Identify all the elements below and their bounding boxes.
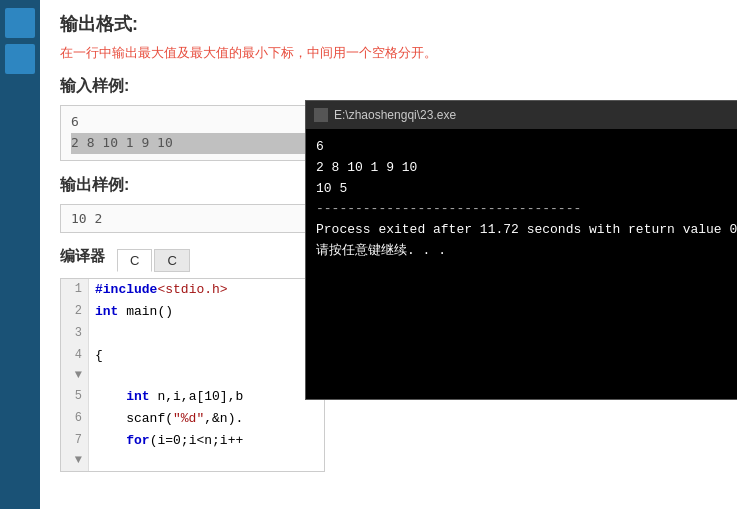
code-line-1: 1 #include<stdio.h> <box>61 279 324 301</box>
terminal-process-exit: Process exited after 11.72 seconds with … <box>316 220 737 241</box>
output-format-description: 在一行中输出最大值及最大值的最小下标，中间用一个空格分开。 <box>60 44 717 62</box>
sidebar-block-2 <box>5 44 35 74</box>
terminal-output-3: 10 5 <box>316 179 737 200</box>
terminal-output-2: 2 8 10 1 9 10 <box>316 158 737 179</box>
input-line-1: 6 <box>71 112 314 133</box>
line-num-2: 2 <box>61 301 89 323</box>
terminal-output-1: 6 <box>316 137 737 158</box>
main-content: 输出格式: 在一行中输出最大值及最大值的最小下标，中间用一个空格分开。 输入样例… <box>40 0 737 509</box>
line-content-4: { <box>89 345 103 386</box>
line-content-2: int main() <box>89 301 173 323</box>
terminal-icon <box>314 108 328 122</box>
line-content-6: scanf("%d",&n). <box>89 408 243 430</box>
code-line-3: 3 <box>61 323 324 345</box>
output-format-title: 输出格式: <box>60 12 717 36</box>
line-num-1: 1 <box>61 279 89 301</box>
output-line-1: 10 2 <box>71 211 102 226</box>
terminal-overlay: E:\zhaoshengqi\23.exe 6 2 8 10 1 9 10 10… <box>305 100 737 400</box>
terminal-divider: ---------------------------------- <box>316 199 737 220</box>
input-example-box: 6 2 8 10 1 9 10 <box>60 105 325 161</box>
compiler-tab-c2[interactable]: C <box>154 249 189 272</box>
line-content-3 <box>89 323 103 345</box>
line-num-5: 5 <box>61 386 89 408</box>
line-num-7: 7 ▼ <box>61 430 89 471</box>
compiler-tab-c[interactable]: C <box>117 249 152 272</box>
code-line-7: 7 ▼ for(i=0;i<n;i++ <box>61 430 324 471</box>
terminal-titlebar: E:\zhaoshengqi\23.exe <box>306 101 737 129</box>
sidebar-block-1 <box>5 8 35 38</box>
input-example-title: 输入样例: <box>60 76 717 97</box>
line-content-7: for(i=0;i<n;i++ <box>89 430 243 471</box>
line-content-5: int n,i,a[10],b <box>89 386 243 408</box>
line-content-1: #include<stdio.h> <box>89 279 228 301</box>
line-num-4: 4 ▼ <box>61 345 89 386</box>
compiler-tabs: C C <box>117 249 190 272</box>
output-example-box: 10 2 <box>60 204 325 233</box>
line-num-6: 6 <box>61 408 89 430</box>
code-line-4: 4 ▼ { <box>61 345 324 386</box>
code-editor: 1 #include<stdio.h> 2 int main() 3 4 ▼ {… <box>60 278 325 472</box>
terminal-press-key: 请按任意键继续. . . <box>316 241 737 262</box>
terminal-title: E:\zhaoshengqi\23.exe <box>334 108 456 122</box>
code-line-2: 2 int main() <box>61 301 324 323</box>
input-line-2: 2 8 10 1 9 10 <box>71 133 314 154</box>
code-line-6: 6 scanf("%d",&n). <box>61 408 324 430</box>
code-line-5: 5 int n,i,a[10],b <box>61 386 324 408</box>
line-num-3: 3 <box>61 323 89 345</box>
sidebar <box>0 0 40 509</box>
compiler-label: 编译器 <box>60 247 105 266</box>
terminal-body: 6 2 8 10 1 9 10 10 5 -------------------… <box>306 129 737 399</box>
